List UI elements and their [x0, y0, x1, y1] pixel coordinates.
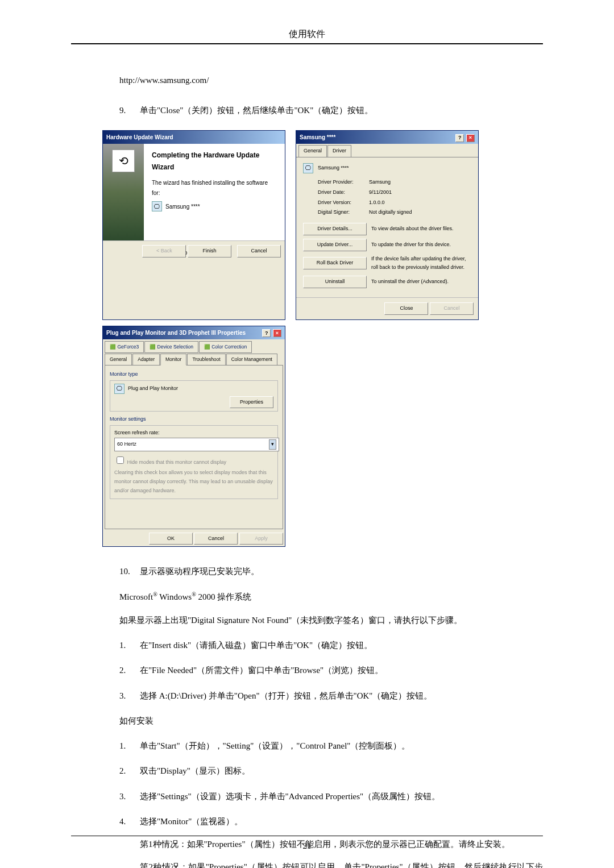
properties-button[interactable]: Properties [230, 396, 273, 409]
monitor-settings-label: Monitor settings [110, 415, 278, 424]
uninstall-desc: To uninstall the driver (Advanced). [371, 277, 471, 286]
close-icon[interactable]: × [466, 134, 475, 142]
page-number: 21 [0, 841, 614, 851]
back-button[interactable]: < Back [142, 245, 186, 258]
step-text: 在"File Needed"（所需文件）窗口中单击"Browse"（浏览）按钮。 [140, 663, 543, 678]
tab-adapter[interactable]: Adapter [132, 354, 160, 366]
cancel-button[interactable]: Cancel [194, 533, 238, 545]
wizard-dialog: Hardware Update Wizard ⟲ Completing the … [102, 130, 285, 320]
step-number: 1. [119, 638, 140, 653]
provider-label: Driver Provider: [318, 178, 369, 187]
wizard-heading: Completing the Hardware Update Wizard [152, 149, 277, 173]
refresh-select[interactable]: 60 Hertz ▾ [114, 438, 279, 451]
signer-value: Not digitally signed [369, 208, 412, 217]
update-driver-button[interactable]: Update Driver... [303, 239, 367, 251]
step-text: 单击"Start"（开始），"Setting"（设置），"Control Pan… [140, 738, 543, 753]
cancel-button[interactable]: Cancel [237, 245, 281, 258]
tab-color-correction[interactable]: 🟩 Color Correction [199, 341, 252, 353]
monitor-type: Plug and Play Monitor [128, 384, 178, 393]
driver-dialog-title: Samsung **** [300, 132, 335, 143]
step-text: 单击"Close"（关闭）按钮，然后继续单击"OK"（确定）按钮。 [140, 103, 543, 118]
step-text: 选择 A:(D:\Driver) 并单击"Open"（打开）按钮，然后单击"OK… [140, 688, 543, 703]
date-value: 9/11/2001 [369, 188, 392, 197]
tab-driver[interactable]: Driver [327, 145, 351, 157]
close-icon[interactable]: × [273, 329, 281, 337]
uninstall-button[interactable]: Uninstall [303, 276, 367, 288]
help-icon[interactable]: ? [262, 329, 271, 337]
version-value: 1.0.0.0 [369, 198, 385, 207]
monitor-icon: 🖵 [152, 201, 162, 211]
details-desc: To view details about the driver files. [371, 225, 471, 234]
page-header: 使用软件 [71, 28, 543, 43]
step-number: 2. [119, 763, 140, 778]
provider-value: Samsung [369, 178, 391, 187]
signer-label: Digital Signer: [318, 208, 369, 217]
refresh-value: 60 Hertz [117, 440, 136, 449]
finish-button[interactable]: Finish [188, 245, 231, 258]
step-text: 显示器驱动程序现已安装完毕。 [140, 564, 543, 579]
url-text: http://www.samsung.com/ [119, 73, 543, 88]
hide-modes-checkbox[interactable] [117, 456, 124, 464]
tab-device-selection[interactable]: 🟩 Device Selection [144, 341, 198, 353]
tab-troubleshoot[interactable]: Troubleshoot [187, 354, 225, 366]
header-divider [71, 43, 543, 44]
monitor-type-label: Monitor type [110, 370, 278, 379]
driver-properties-dialog: Samsung **** ? × General Driver 🖵 Sa [296, 130, 479, 320]
refresh-label: Screen refresh rate: [114, 429, 273, 438]
monitor-dialog-title: Plug and Play Monitor and 3D Prophet III… [106, 328, 246, 338]
step-number: 10. [119, 564, 140, 579]
cancel-button[interactable]: Cancel [430, 302, 474, 315]
step-text: 双击"Display"（显示）图标。 [140, 763, 543, 778]
hide-modes-label: Hide modes that this monitor cannot disp… [127, 459, 227, 465]
rollback-desc: If the device fails after updating the d… [371, 255, 471, 273]
wizard-line1: The wizard has finished installing the s… [152, 178, 277, 198]
close-button[interactable]: Close [384, 302, 428, 315]
step-text: 在"Insert disk"（请插入磁盘）窗口中单击"OK"（确定）按钮。 [140, 638, 543, 653]
step-number: 3. [119, 789, 140, 804]
driver-details-button[interactable]: Driver Details... [303, 223, 367, 235]
monitor-icon: 🖵 [114, 384, 125, 394]
tab-color-management[interactable]: Color Management [226, 354, 277, 366]
tab-general[interactable]: General [105, 354, 132, 366]
rollback-button[interactable]: Roll Back Driver [303, 257, 367, 269]
step-number: 2. [119, 663, 140, 678]
apply-button[interactable]: Apply [239, 533, 283, 545]
help-icon[interactable]: ? [455, 134, 464, 142]
chevron-down-icon: ▾ [269, 439, 276, 450]
footer-divider [71, 836, 543, 836]
wizard-device: Samsung **** [165, 202, 200, 212]
update-desc: To update the driver for this device. [371, 240, 471, 250]
tab-geforce[interactable]: 🟩 GeForce3 [105, 341, 144, 353]
step-number: 9. [119, 103, 140, 118]
dsig-text: 如果显示器上出现"Digital Signature Not Found"（未找… [71, 613, 543, 628]
date-label: Driver Date: [318, 188, 369, 197]
ok-button[interactable]: OK [149, 533, 193, 545]
howto-heading: 如何安装 [71, 713, 543, 728]
step-text: 选择"Settings"（设置）选项卡，并单击"Advanced Propert… [140, 789, 543, 804]
wizard-icon: ⟲ [112, 149, 135, 172]
wizard-title: Hardware Update Wizard [106, 132, 173, 143]
step-number: 1. [119, 738, 140, 753]
driver-name: Samsung **** [318, 164, 349, 173]
version-label: Driver Version: [318, 198, 369, 207]
tab-general[interactable]: General [298, 145, 327, 157]
monitor-properties-dialog: Plug and Play Monitor and 3D Prophet III… [102, 326, 285, 547]
step-number: 3. [119, 688, 140, 703]
tab-monitor[interactable]: Monitor [160, 354, 186, 366]
monitor-icon: 🖵 [303, 163, 313, 173]
os-heading: Microsoft® Windows® 2000 操作系统 [71, 589, 543, 604]
hide-modes-desc: Clearing this check box allows you to se… [114, 468, 273, 495]
